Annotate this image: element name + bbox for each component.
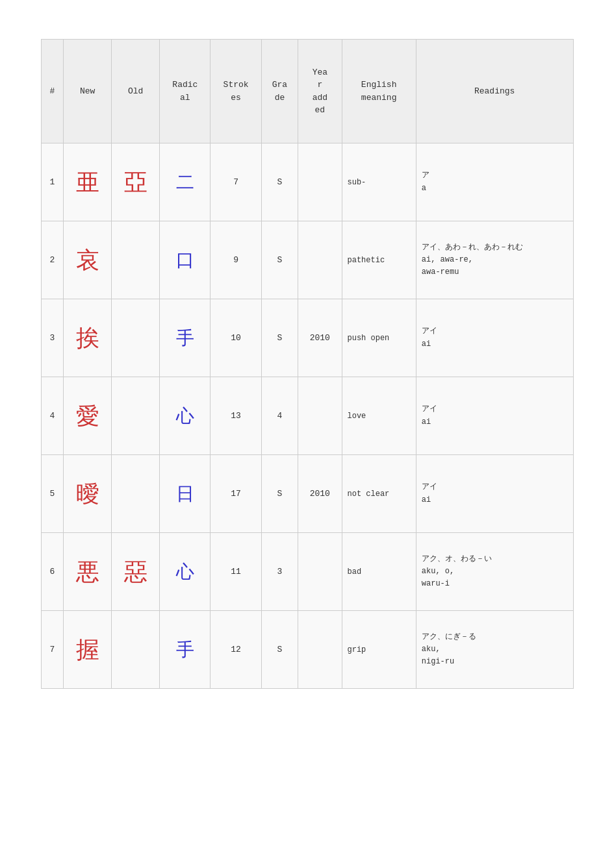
reading-english: ai <box>422 417 431 427</box>
reading-english: a <box>422 184 426 193</box>
cell-year <box>298 377 342 455</box>
cell-kanji-new: 挨 <box>64 299 112 377</box>
reading-english: aku, o,waru-i <box>422 567 454 588</box>
cell-year: 2010 <box>298 455 342 533</box>
cell-year <box>298 611 342 689</box>
reading-japanese: アク、にぎ－る <box>422 632 476 641</box>
cell-readings: アク、オ、わる－いaku, o,waru-i <box>416 533 573 611</box>
cell-radical: 手 <box>160 299 211 377</box>
cell-readings: アイai <box>416 377 573 455</box>
cell-meaning: pathetic <box>342 221 416 299</box>
cell-strokes: 13 <box>211 377 261 455</box>
cell-readings: アイ、あわ－れ、あわ－れむai, awa-re,awa-remu <box>416 221 573 299</box>
reading-english: ai, awa-re,awa-remu <box>422 255 473 277</box>
cell-kanji-new: 亜 <box>64 143 112 221</box>
cell-year <box>298 143 342 221</box>
reading-japanese: アイ <box>422 327 437 336</box>
reading-japanese: アイ <box>422 482 437 491</box>
col-header-radical: Radical <box>160 40 211 143</box>
col-header-new: New <box>64 40 112 143</box>
cell-year: 2010 <box>298 299 342 377</box>
cell-strokes: 9 <box>211 221 261 299</box>
col-header-strokes: Strokes <box>211 40 261 143</box>
cell-strokes: 17 <box>211 455 261 533</box>
cell-kanji-old <box>112 611 160 689</box>
table-wrapper: # New Old Radical Strokes Grade Yearadde… <box>41 39 574 689</box>
cell-num: 2 <box>41 221 64 299</box>
table-row: 6悪惡心113badアク、オ、わる－いaku, o,waru-i <box>41 533 573 611</box>
cell-radical: 心 <box>160 533 211 611</box>
cell-radical: 口 <box>160 221 211 299</box>
cell-kanji-old <box>112 299 160 377</box>
cell-kanji-new: 哀 <box>64 221 112 299</box>
reading-english: ai <box>422 495 431 504</box>
cell-grade: S <box>261 221 298 299</box>
reading-english: ai <box>422 340 431 349</box>
cell-kanji-old <box>112 221 160 299</box>
table-row: 2哀口9Spatheticアイ、あわ－れ、あわ－れむai, awa-re,awa… <box>41 221 573 299</box>
cell-kanji-new: 愛 <box>64 377 112 455</box>
cell-strokes: 7 <box>211 143 261 221</box>
cell-year <box>298 533 342 611</box>
reading-japanese: ア <box>422 171 429 180</box>
cell-grade: S <box>261 611 298 689</box>
cell-num: 1 <box>41 143 64 221</box>
cell-kanji-old <box>112 455 160 533</box>
cell-grade: 4 <box>261 377 298 455</box>
cell-strokes: 12 <box>211 611 261 689</box>
cell-radical: 日 <box>160 455 211 533</box>
cell-year <box>298 221 342 299</box>
cell-radical: 心 <box>160 377 211 455</box>
col-header-meaning: Englishmeaning <box>342 40 416 143</box>
cell-kanji-old: 亞 <box>112 143 160 221</box>
cell-grade: S <box>261 455 298 533</box>
col-header-readings: Readings <box>416 40 573 143</box>
kanji-table: # New Old Radical Strokes Grade Yearadde… <box>41 39 574 689</box>
cell-num: 4 <box>41 377 64 455</box>
col-header-year: Yearadded <box>298 40 342 143</box>
reading-japanese: アイ <box>422 404 437 414</box>
cell-kanji-old <box>112 377 160 455</box>
cell-num: 5 <box>41 455 64 533</box>
cell-meaning: not clear <box>342 455 416 533</box>
table-row: 3挨手10S2010push openアイai <box>41 299 573 377</box>
cell-num: 7 <box>41 611 64 689</box>
cell-meaning: love <box>342 377 416 455</box>
cell-grade: S <box>261 143 298 221</box>
cell-num: 3 <box>41 299 64 377</box>
cell-kanji-old: 惡 <box>112 533 160 611</box>
cell-readings: アイai <box>416 299 573 377</box>
cell-num: 6 <box>41 533 64 611</box>
table-row: 7握手12Sgripアク、にぎ－るaku,nigi-ru <box>41 611 573 689</box>
cell-meaning: bad <box>342 533 416 611</box>
cell-kanji-new: 握 <box>64 611 112 689</box>
reading-english: aku,nigi-ru <box>422 645 454 666</box>
table-row: 4愛心134loveアイai <box>41 377 573 455</box>
cell-grade: S <box>261 299 298 377</box>
cell-grade: 3 <box>261 533 298 611</box>
cell-radical: 二 <box>160 143 211 221</box>
col-header-old: Old <box>112 40 160 143</box>
table-row: 5曖日17S2010not clearアイai <box>41 455 573 533</box>
cell-readings: アa <box>416 143 573 221</box>
table-row: 1亜亞二7Ssub-アa <box>41 143 573 221</box>
cell-meaning: grip <box>342 611 416 689</box>
col-header-num: # <box>41 40 64 143</box>
cell-radical: 手 <box>160 611 211 689</box>
cell-strokes: 10 <box>211 299 261 377</box>
col-header-grade: Grade <box>261 40 298 143</box>
reading-japanese: アク、オ、わる－い <box>422 554 492 564</box>
cell-strokes: 11 <box>211 533 261 611</box>
cell-readings: アイai <box>416 455 573 533</box>
reading-japanese: アイ、あわ－れ、あわ－れむ <box>422 243 523 252</box>
cell-readings: アク、にぎ－るaku,nigi-ru <box>416 611 573 689</box>
cell-kanji-new: 曖 <box>64 455 112 533</box>
cell-meaning: push open <box>342 299 416 377</box>
cell-meaning: sub- <box>342 143 416 221</box>
header-row: # New Old Radical Strokes Grade Yearadde… <box>41 40 573 143</box>
cell-kanji-new: 悪 <box>64 533 112 611</box>
